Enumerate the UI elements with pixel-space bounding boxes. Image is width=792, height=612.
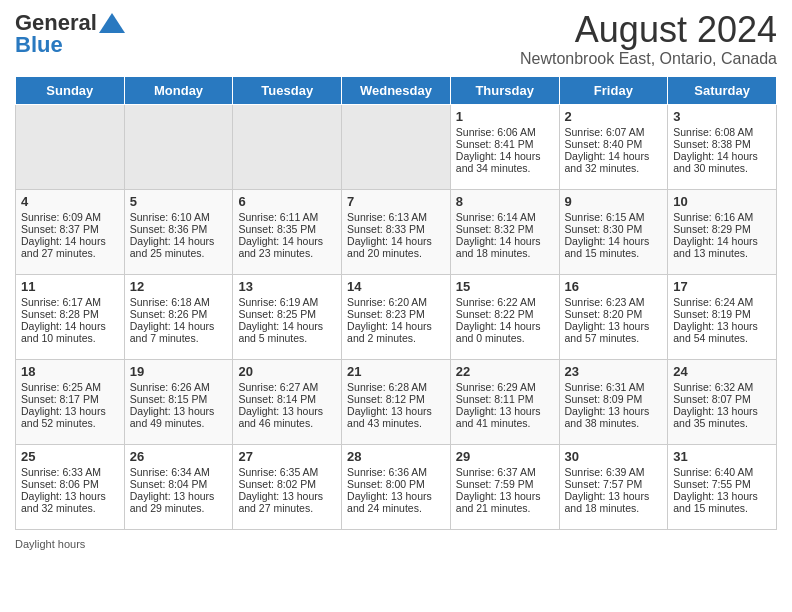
- day-number: 12: [130, 279, 228, 294]
- footer: Daylight hours: [15, 538, 777, 550]
- sunset-line: Sunset: 8:20 PM: [565, 308, 643, 320]
- daylight-line1: Daylight: 13 hours: [565, 490, 650, 502]
- daylight-line2: and 35 minutes.: [673, 417, 748, 429]
- sunrise-line: Sunrise: 6:32 AM: [673, 381, 753, 393]
- col-saturday: Saturday: [668, 76, 777, 104]
- sunrise-line: Sunrise: 6:16 AM: [673, 211, 753, 223]
- daylight-line1: Daylight: 14 hours: [673, 235, 758, 247]
- daylight-line2: and 57 minutes.: [565, 332, 640, 344]
- daylight-line1: Daylight: 13 hours: [130, 490, 215, 502]
- sunset-line: Sunset: 8:00 PM: [347, 478, 425, 490]
- daylight-line1: Daylight: 14 hours: [21, 320, 106, 332]
- daylight-line2: and 54 minutes.: [673, 332, 748, 344]
- sunrise-line: Sunrise: 6:24 AM: [673, 296, 753, 308]
- sunrise-line: Sunrise: 6:31 AM: [565, 381, 645, 393]
- daylight-line1: Daylight: 14 hours: [456, 320, 541, 332]
- sunrise-line: Sunrise: 6:09 AM: [21, 211, 101, 223]
- daylight-line1: Daylight: 14 hours: [21, 235, 106, 247]
- header-row: Sunday Monday Tuesday Wednesday Thursday…: [16, 76, 777, 104]
- table-row: 31 Sunrise: 6:40 AM Sunset: 7:55 PM Dayl…: [668, 444, 777, 529]
- header: General Blue August 2024 Newtonbrook Eas…: [15, 10, 777, 68]
- sunrise-line: Sunrise: 6:18 AM: [130, 296, 210, 308]
- sunrise-line: Sunrise: 6:39 AM: [565, 466, 645, 478]
- sunset-line: Sunset: 7:55 PM: [673, 478, 751, 490]
- col-thursday: Thursday: [450, 76, 559, 104]
- table-row: 11 Sunrise: 6:17 AM Sunset: 8:28 PM Dayl…: [16, 274, 125, 359]
- daylight-line1: Daylight: 13 hours: [565, 320, 650, 332]
- day-number: 29: [456, 449, 554, 464]
- daylight-line1: Daylight: 13 hours: [130, 405, 215, 417]
- daylight-line2: and 52 minutes.: [21, 417, 96, 429]
- day-number: 5: [130, 194, 228, 209]
- day-number: 3: [673, 109, 771, 124]
- col-friday: Friday: [559, 76, 668, 104]
- table-row: 8 Sunrise: 6:14 AM Sunset: 8:32 PM Dayli…: [450, 189, 559, 274]
- table-row: 17 Sunrise: 6:24 AM Sunset: 8:19 PM Dayl…: [668, 274, 777, 359]
- sunrise-line: Sunrise: 6:14 AM: [456, 211, 536, 223]
- sunset-line: Sunset: 8:07 PM: [673, 393, 751, 405]
- table-row: 15 Sunrise: 6:22 AM Sunset: 8:22 PM Dayl…: [450, 274, 559, 359]
- sunset-line: Sunset: 8:14 PM: [238, 393, 316, 405]
- day-number: 10: [673, 194, 771, 209]
- table-row: 19 Sunrise: 6:26 AM Sunset: 8:15 PM Dayl…: [124, 359, 233, 444]
- sunset-line: Sunset: 8:19 PM: [673, 308, 751, 320]
- day-number: 14: [347, 279, 445, 294]
- sunset-line: Sunset: 8:30 PM: [565, 223, 643, 235]
- sunrise-line: Sunrise: 6:15 AM: [565, 211, 645, 223]
- sunrise-line: Sunrise: 6:22 AM: [456, 296, 536, 308]
- day-number: 11: [21, 279, 119, 294]
- sunset-line: Sunset: 8:04 PM: [130, 478, 208, 490]
- table-row: 13 Sunrise: 6:19 AM Sunset: 8:25 PM Dayl…: [233, 274, 342, 359]
- sunset-line: Sunset: 8:32 PM: [456, 223, 534, 235]
- sunrise-line: Sunrise: 6:06 AM: [456, 126, 536, 138]
- col-monday: Monday: [124, 76, 233, 104]
- col-wednesday: Wednesday: [342, 76, 451, 104]
- title-area: August 2024 Newtonbrook East, Ontario, C…: [520, 10, 777, 68]
- daylight-line1: Daylight: 13 hours: [673, 320, 758, 332]
- day-number: 18: [21, 364, 119, 379]
- table-row: 18 Sunrise: 6:25 AM Sunset: 8:17 PM Dayl…: [16, 359, 125, 444]
- day-number: 25: [21, 449, 119, 464]
- daylight-line1: Daylight: 13 hours: [21, 405, 106, 417]
- daylight-line1: Daylight: 14 hours: [456, 235, 541, 247]
- sunrise-line: Sunrise: 6:25 AM: [21, 381, 101, 393]
- day-number: 28: [347, 449, 445, 464]
- table-row: 6 Sunrise: 6:11 AM Sunset: 8:35 PM Dayli…: [233, 189, 342, 274]
- table-row: 16 Sunrise: 6:23 AM Sunset: 8:20 PM Dayl…: [559, 274, 668, 359]
- table-row: 29 Sunrise: 6:37 AM Sunset: 7:59 PM Dayl…: [450, 444, 559, 529]
- sunrise-line: Sunrise: 6:37 AM: [456, 466, 536, 478]
- sunrise-line: Sunrise: 6:33 AM: [21, 466, 101, 478]
- daylight-line1: Daylight: 13 hours: [21, 490, 106, 502]
- day-number: 21: [347, 364, 445, 379]
- calendar-week-5: 25 Sunrise: 6:33 AM Sunset: 8:06 PM Dayl…: [16, 444, 777, 529]
- daylight-line1: Daylight: 13 hours: [565, 405, 650, 417]
- table-row: [233, 104, 342, 189]
- table-row: 27 Sunrise: 6:35 AM Sunset: 8:02 PM Dayl…: [233, 444, 342, 529]
- col-tuesday: Tuesday: [233, 76, 342, 104]
- daylight-line2: and 27 minutes.: [238, 502, 313, 514]
- table-row: 20 Sunrise: 6:27 AM Sunset: 8:14 PM Dayl…: [233, 359, 342, 444]
- sunset-line: Sunset: 8:29 PM: [673, 223, 751, 235]
- day-number: 27: [238, 449, 336, 464]
- daylight-line1: Daylight: 14 hours: [347, 320, 432, 332]
- daylight-line1: Daylight: 13 hours: [456, 405, 541, 417]
- day-number: 13: [238, 279, 336, 294]
- daylight-line2: and 24 minutes.: [347, 502, 422, 514]
- day-number: 2: [565, 109, 663, 124]
- daylight-line2: and 23 minutes.: [238, 247, 313, 259]
- daylight-line2: and 46 minutes.: [238, 417, 313, 429]
- main-title: August 2024: [520, 10, 777, 50]
- daylight-line2: and 13 minutes.: [673, 247, 748, 259]
- svg-marker-0: [99, 13, 125, 33]
- table-row: 4 Sunrise: 6:09 AM Sunset: 8:37 PM Dayli…: [16, 189, 125, 274]
- calendar-week-3: 11 Sunrise: 6:17 AM Sunset: 8:28 PM Dayl…: [16, 274, 777, 359]
- daylight-line1: Daylight: 13 hours: [456, 490, 541, 502]
- table-row: 28 Sunrise: 6:36 AM Sunset: 8:00 PM Dayl…: [342, 444, 451, 529]
- sunset-line: Sunset: 8:40 PM: [565, 138, 643, 150]
- table-row: 5 Sunrise: 6:10 AM Sunset: 8:36 PM Dayli…: [124, 189, 233, 274]
- daylight-line1: Daylight: 13 hours: [238, 490, 323, 502]
- sunrise-line: Sunrise: 6:20 AM: [347, 296, 427, 308]
- calendar-week-4: 18 Sunrise: 6:25 AM Sunset: 8:17 PM Dayl…: [16, 359, 777, 444]
- day-number: 6: [238, 194, 336, 209]
- daylight-line1: Daylight: 14 hours: [673, 150, 758, 162]
